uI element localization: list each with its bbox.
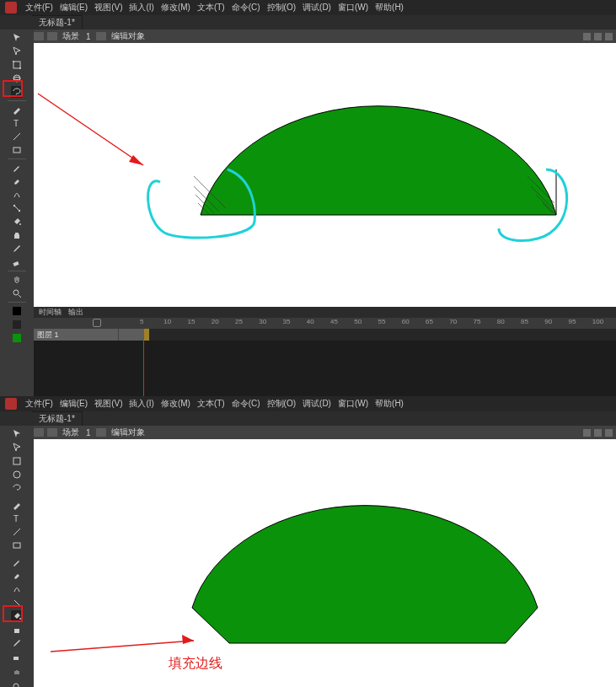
paint-bucket-tool-icon[interactable] — [11, 216, 23, 228]
zoom-tool-icon[interactable] — [11, 287, 23, 299]
eraser-tool-icon-b[interactable] — [11, 651, 23, 663]
3d-rotation-tool-icon[interactable] — [11, 72, 23, 84]
menu-file-b[interactable]: 文件(F) — [25, 398, 53, 410]
svg-point-3 — [13, 75, 20, 82]
menu-text-b[interactable]: 文本(T) — [197, 398, 225, 410]
stage-canvas-b[interactable] — [34, 439, 616, 687]
back-scene-icon-b[interactable] — [34, 428, 44, 437]
menu-window[interactable]: 窗口(W) — [338, 2, 368, 13]
svg-point-31 — [13, 471, 20, 478]
menu-commands[interactable]: 命令(C) — [232, 2, 260, 13]
scene-clip-icon-b[interactable] — [96, 428, 106, 437]
svg-line-16 — [19, 295, 21, 298]
layer-lock-icon[interactable] — [93, 319, 101, 327]
menu-commands-b[interactable]: 命令(C) — [232, 398, 260, 410]
svg-line-10 — [14, 206, 19, 211]
app-logo-b — [5, 398, 17, 410]
menu-file[interactable]: 文件(F) — [25, 2, 53, 13]
pencil-tool-icon-b[interactable] — [11, 556, 23, 568]
playhead[interactable] — [143, 329, 144, 396]
selection-tool-icon-b[interactable] — [11, 428, 23, 440]
menu-modify[interactable]: 修改(M) — [161, 2, 190, 13]
layer-name[interactable]: 图层 1 — [34, 329, 118, 341]
zoom-tool-icon-b[interactable] — [11, 681, 23, 687]
menu-help[interactable]: 帮助(H) — [375, 2, 404, 13]
near-swatch-icon[interactable] — [11, 319, 23, 330]
rectangle-tool-icon[interactable] — [11, 144, 23, 156]
eyedropper-tool-icon-b[interactable] — [11, 637, 23, 649]
bone-tool-icon-b[interactable] — [11, 597, 23, 609]
svg-point-15 — [13, 290, 19, 295]
menu-control[interactable]: 控制(O) — [267, 2, 296, 13]
view-popup-icon[interactable] — [583, 33, 591, 40]
keyframe[interactable] — [144, 329, 149, 341]
line-tool-icon[interactable] — [11, 131, 23, 142]
bone-tool-icon[interactable] — [11, 202, 23, 214]
ink-bottle-tool-icon-b[interactable] — [11, 624, 23, 636]
scene-edit-label: 编辑对象 — [111, 30, 145, 42]
line-tool-icon-b[interactable] — [11, 526, 23, 538]
menu-view-b[interactable]: 视图(V) — [94, 398, 122, 410]
stage-canvas[interactable] — [34, 43, 616, 307]
fill-color-swatch[interactable] — [11, 332, 23, 344]
back-scene-icon[interactable] — [34, 32, 44, 40]
doc-tab-b[interactable]: 无标题-1* — [32, 411, 83, 426]
timeline-tab-output[interactable]: 输出 — [68, 307, 83, 318]
menu-help-b[interactable]: 帮助(H) — [375, 398, 404, 410]
menu-text[interactable]: 文本(T) — [197, 2, 225, 13]
svg-point-4 — [13, 78, 20, 80]
stage-b[interactable]: 填充边线 — [34, 439, 616, 687]
timeline-tab-timeline[interactable]: 时间轴 — [39, 307, 62, 318]
scene-icon[interactable] — [47, 32, 57, 40]
brush-tool-icon[interactable] — [11, 175, 23, 187]
menu-insert-b[interactable]: 插入(I) — [129, 398, 153, 410]
subselection-tool-icon-b[interactable] — [11, 442, 23, 454]
eyedropper-tool-icon[interactable] — [11, 243, 23, 255]
fit-popup-icon-b[interactable] — [605, 429, 613, 437]
menu-control-b[interactable]: 控制(O) — [267, 398, 296, 410]
lasso-tool-icon-b[interactable] — [11, 482, 23, 494]
rectangle-tool-icon-b[interactable] — [11, 539, 23, 551]
menu-edit[interactable]: 编辑(E) — [60, 2, 88, 13]
timeline-layer-row[interactable]: 图层 1 — [34, 329, 616, 341]
deco-tool-icon-b[interactable] — [11, 583, 23, 595]
free-transform-tool-icon[interactable] — [11, 59, 23, 71]
ink-bottle-tool-icon[interactable] — [11, 229, 23, 241]
hand-tool-icon-b[interactable] — [11, 668, 23, 679]
3d-rotation-tool-icon-b[interactable] — [11, 469, 23, 480]
pencil-tool-icon[interactable] — [11, 162, 23, 174]
menu-modify-b[interactable]: 修改(M) — [161, 398, 190, 410]
lasso-tool-icon[interactable] — [11, 86, 23, 98]
deco-tool-icon[interactable] — [11, 189, 23, 201]
zoom-popup-icon-b[interactable] — [594, 429, 602, 437]
menu-edit-b[interactable]: 编辑(E) — [60, 398, 88, 410]
scene-icon-b[interactable] — [47, 428, 57, 437]
text-tool-icon[interactable]: T — [11, 117, 23, 129]
menu-debug[interactable]: 调试(D) — [303, 2, 331, 13]
svg-rect-38 — [13, 657, 19, 660]
paint-bucket-tool-icon-b[interactable] — [11, 610, 23, 622]
free-transform-tool-icon-b[interactable] — [11, 455, 23, 467]
pen-tool-icon[interactable] — [11, 104, 23, 115]
subselection-tool-icon[interactable] — [11, 46, 23, 57]
eraser-tool-icon[interactable] — [11, 256, 23, 268]
menu-window-b[interactable]: 窗口(W) — [338, 398, 368, 410]
layer-flags[interactable] — [118, 329, 144, 341]
view-popup-icon-b[interactable] — [583, 429, 591, 437]
zoom-popup-icon[interactable] — [594, 33, 602, 40]
stroke-color-swatch[interactable] — [11, 305, 23, 317]
doc-tab[interactable]: 无标题-1* — [32, 15, 83, 30]
stage[interactable] — [34, 43, 616, 307]
menu-insert[interactable]: 插入(I) — [129, 2, 153, 13]
brush-tool-icon-b[interactable] — [11, 570, 23, 582]
hand-tool-icon[interactable] — [11, 274, 23, 286]
selection-tool-icon[interactable] — [11, 32, 23, 44]
menu-debug-b[interactable]: 调试(D) — [303, 398, 331, 410]
text-tool-icon-b[interactable]: T — [11, 513, 23, 524]
layer-frames[interactable] — [144, 329, 616, 341]
fit-popup-icon[interactable] — [605, 33, 613, 40]
scene-clip-icon[interactable] — [96, 32, 106, 40]
menu-view[interactable]: 视图(V) — [94, 2, 122, 13]
annotation-text: 填充边线 — [169, 655, 222, 673]
pen-tool-icon-b[interactable] — [11, 499, 23, 511]
